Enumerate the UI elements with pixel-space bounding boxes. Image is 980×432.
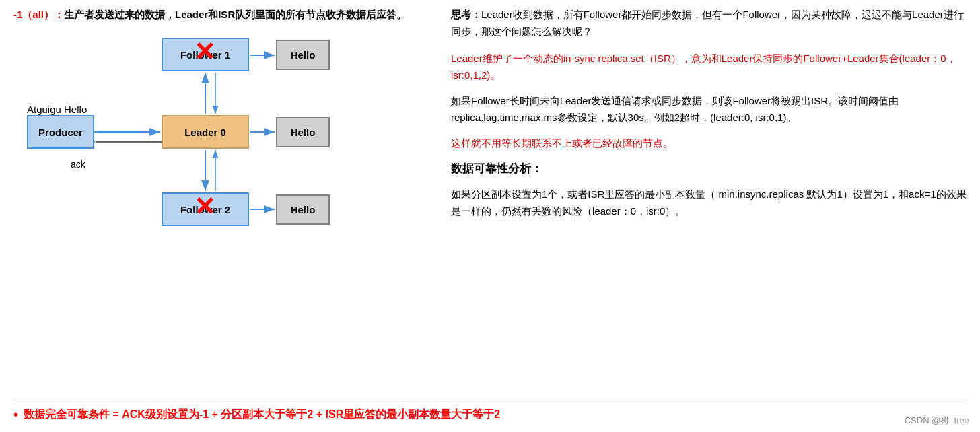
think-label: 思考： bbox=[451, 9, 481, 20]
think-text: Leader收到数据，所有Follower都开始同步数据，但有一个Followe… bbox=[451, 9, 964, 37]
para3-text: 这样就不用等长期联系不上或者已经故障的节点。 bbox=[451, 137, 673, 149]
right-panel: 思考：Leader收到数据，所有Follower都开始同步数据，但有一个Foll… bbox=[444, 7, 967, 394]
bottom-bar-text: 数据完全可靠条件 = ACK级别设置为-1 + 分区副本大于等于2 + ISR里… bbox=[24, 408, 500, 422]
hello2-node: Hello bbox=[276, 117, 330, 147]
leader-node: Leader 0 bbox=[162, 115, 249, 149]
producer-label: Producer bbox=[38, 127, 83, 138]
diagram-area: Producer Follower 1 Leader 0 Follower 2 … bbox=[13, 31, 417, 240]
x-mark-follower1: ✕ bbox=[194, 39, 215, 65]
para2-text: 如果Follower长时间未向Leader发送通信请求或同步数据，则该Follo… bbox=[451, 95, 899, 124]
hello1-label: Hello bbox=[291, 49, 316, 61]
x-mark-follower2: ✕ bbox=[194, 194, 215, 219]
para3: 这样就不用等长期联系不上或者已经故障的节点。 bbox=[451, 135, 967, 152]
bottom-bar: • 数据完全可靠条件 = ACK级别设置为-1 + 分区副本大于等于2 + IS… bbox=[13, 400, 967, 425]
ack-label: ack bbox=[71, 159, 85, 170]
main-content: -1（all）：生产者发送过来的数据，Leader和ISR队列里面的所有节点收齐… bbox=[13, 7, 967, 394]
producer-node: Producer bbox=[27, 115, 94, 149]
section-title: 数据可靠性分析： bbox=[451, 159, 967, 179]
page: -1（all）：生产者发送过来的数据，Leader和ISR队列里面的所有节点收齐… bbox=[0, 0, 980, 432]
hello3-label: Hello bbox=[291, 204, 316, 215]
para4: 如果分区副本设置为1个，或者ISR里应答的最小副本数量（ min.insync.… bbox=[451, 186, 967, 220]
atguigu-label: Atguigu Hello bbox=[27, 104, 87, 115]
para1: Leader维护了一个动态的in-sync replica set（ISR），意… bbox=[451, 50, 967, 84]
hello1-node: Hello bbox=[276, 40, 330, 70]
header-suffix: 生产者发送过来的数据，Leader和ISR队列里面的所有节点收齐数据后应答。 bbox=[64, 9, 407, 20]
header-prefix: -1（all）： bbox=[13, 9, 64, 20]
leader-label: Leader 0 bbox=[184, 127, 226, 138]
header-text: -1（all）：生产者发送过来的数据，Leader和ISR队列里面的所有节点收齐… bbox=[13, 7, 431, 23]
bottom-text: 数据完全可靠条件 = ACK级别设置为-1 + 分区副本大于等于2 + ISR里… bbox=[24, 408, 500, 420]
csdn-watermark: CSDN @树_tree bbox=[905, 415, 969, 427]
para2: 如果Follower长时间未向Leader发送通信请求或同步数据，则该Follo… bbox=[451, 92, 967, 127]
para1-text: Leader维护了一个动态的in-sync replica set（ISR），意… bbox=[451, 52, 956, 81]
left-panel: -1（all）：生产者发送过来的数据，Leader和ISR队列里面的所有节点收齐… bbox=[13, 7, 444, 394]
hello2-label: Hello bbox=[291, 127, 316, 138]
bullet: • bbox=[13, 407, 18, 423]
hello3-node: Hello bbox=[276, 194, 330, 225]
para4-text: 如果分区副本设置为1个，或者ISR里应答的最小副本数量（ min.insync.… bbox=[451, 188, 967, 217]
think-block: 思考：Leader收到数据，所有Follower都开始同步数据，但有一个Foll… bbox=[451, 7, 967, 40]
